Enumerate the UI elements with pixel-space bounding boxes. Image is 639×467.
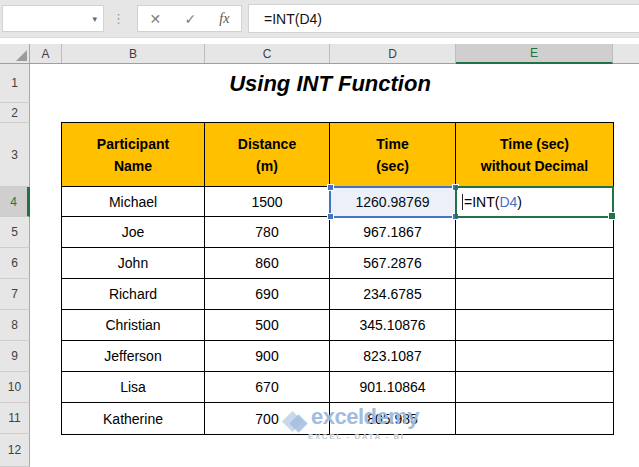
select-all-triangle-icon [16,50,27,61]
cell-D9[interactable]: 823.1087 [330,341,456,372]
excel-window: ▾ ⋮ ✕ ✓ fx =INT(D4) ABCDE 12345678910111… [0,0,639,467]
formula-toolbar: ▾ ⋮ ✕ ✓ fx =INT(D4) [0,0,639,38]
cell-B4[interactable]: Michael [62,187,205,217]
cell-C6[interactable]: 860 [205,248,330,279]
formula-buttons: ✕ ✓ fx [137,5,242,32]
cell-C9[interactable]: 900 [205,341,330,372]
row-header-1[interactable]: 1 [0,64,30,103]
active-cell-editor-E4[interactable]: =INT(D4) [455,186,614,218]
column-header-D[interactable]: D [330,44,456,63]
cell-E10[interactable] [456,372,613,403]
cell-E7[interactable] [456,279,613,310]
formula-cell-reference: D4 [499,194,517,210]
cell-D4[interactable]: 1260.98769 [330,187,456,217]
cell-C10[interactable]: 670 [205,372,330,403]
cell-C5[interactable]: 780 [205,217,330,248]
name-box[interactable]: ▾ [2,5,104,32]
cell-B6[interactable]: John [62,248,205,279]
name-box-dropdown-icon[interactable]: ▾ [92,14,97,23]
cell-C3[interactable]: Distance(m) [205,123,330,187]
cell-E9[interactable] [456,341,613,372]
enter-icon[interactable]: ✓ [184,11,196,27]
toolbar-separator-icon: ⋮ [112,5,125,32]
row-header-6[interactable]: 6 [0,248,30,279]
text-cursor [462,194,463,210]
row-header-8[interactable]: 8 [0,310,30,341]
fill-handle[interactable] [608,212,616,220]
cell-C8[interactable]: 500 [205,310,330,341]
cell-B8[interactable]: Christian [62,310,205,341]
cell-B5[interactable]: Joe [62,217,205,248]
row-header-11[interactable]: 11 [0,403,30,434]
row-header-3[interactable]: 3 [0,123,30,187]
row-header-12[interactable]: 12 [0,434,30,467]
formula-text: ) [517,194,522,210]
cell-B11[interactable]: Katherine [62,403,205,434]
cell-E8[interactable] [456,310,613,341]
column-header-A[interactable]: A [30,44,62,63]
cell-D11[interactable]: 805.985 [330,403,456,434]
cell-C7[interactable]: 690 [205,279,330,310]
cell-D8[interactable]: 345.10876 [330,310,456,341]
cancel-icon[interactable]: ✕ [150,11,162,27]
cell-E6[interactable] [456,248,613,279]
cell-D7[interactable]: 234.6785 [330,279,456,310]
column-header-E[interactable]: E [456,44,613,64]
select-all-corner[interactable] [0,44,30,63]
cell-D6[interactable]: 567.2876 [330,248,456,279]
column-header-C[interactable]: C [205,44,330,63]
formula-bar[interactable]: =INT(D4) [248,4,639,33]
cell-B10[interactable]: Lisa [62,372,205,403]
insert-function-icon[interactable]: fx [219,11,229,27]
row-header-2[interactable]: 2 [0,103,30,123]
row-header-7[interactable]: 7 [0,279,30,310]
cell-C11[interactable]: 700 [205,403,330,434]
row-header-5[interactable]: 5 [0,217,30,248]
formula-text: =INT( [464,194,499,210]
formula-bar-text: =INT(D4) [264,11,322,27]
cell-E5[interactable] [456,217,613,248]
cell-B9[interactable]: Jefferson [62,341,205,372]
cell-E11[interactable] [456,403,613,434]
row-header-9[interactable]: 9 [0,341,30,372]
cell-D3[interactable]: Time(sec) [330,123,456,187]
column-header-B[interactable]: B [62,44,205,63]
cell-D5[interactable]: 967.1867 [330,217,456,248]
sheet-title: Using INT Function [30,64,630,103]
row-header-4[interactable]: 4 [0,187,30,217]
cell-C4[interactable]: 1500 [205,187,330,217]
cell-E3[interactable]: Time (sec)without Decimal [456,123,613,187]
row-header-10[interactable]: 10 [0,372,30,403]
cell-B3[interactable]: ParticipantName [62,123,205,187]
cell-D10[interactable]: 901.10864 [330,372,456,403]
data-table: ParticipantNameDistance(m)Time(sec)Time … [61,122,614,435]
cell-B7[interactable]: Richard [62,279,205,310]
